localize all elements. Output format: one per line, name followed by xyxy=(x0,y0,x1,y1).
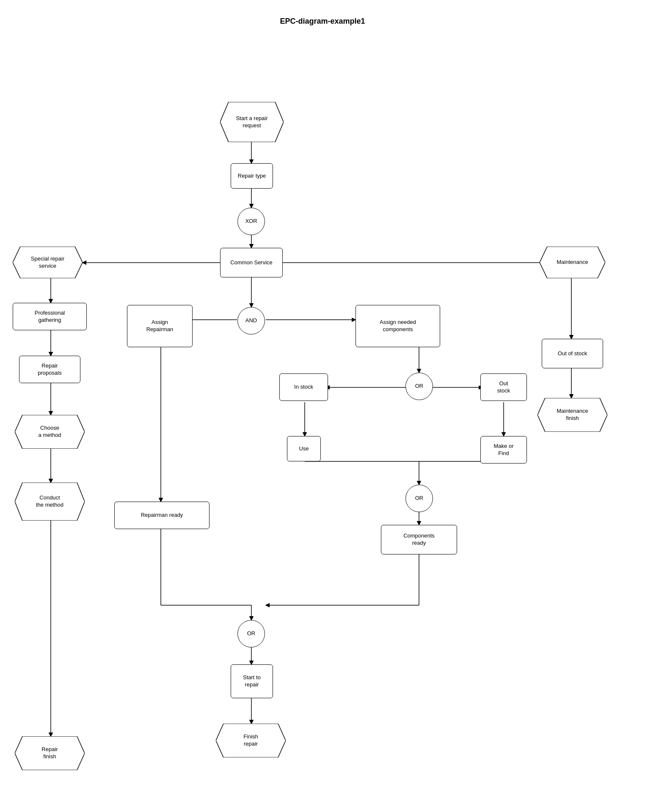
assign-repairman-node: AssignRepairman xyxy=(127,305,193,347)
start-repair-label: Start a repairrequest xyxy=(236,115,267,129)
assign-components-label: Assign neededcomponents xyxy=(380,319,416,333)
repair-type-label: Repair type xyxy=(238,173,266,180)
use-label: Use xyxy=(299,445,309,453)
maintenance-node: Maintenance xyxy=(540,247,605,278)
repair-proposals-node: Repairproposals xyxy=(19,356,80,383)
or1-node: OR xyxy=(405,373,433,400)
finish-repair-node: Finishrepair xyxy=(216,724,286,757)
make-find-label: Make orFind xyxy=(494,443,514,457)
or2-label: OR xyxy=(415,495,424,502)
repair-finish-node: Repairfinish xyxy=(15,736,85,770)
repair-proposals-label: Repairproposals xyxy=(38,362,61,377)
repair-type-node: Repair type xyxy=(231,163,273,189)
out-stock-node: Outstock xyxy=(480,373,527,401)
finish-repair-label: Finishrepair xyxy=(243,733,258,748)
or2-node: OR xyxy=(405,485,433,512)
diagram: Start a repairrequest Repair type XOR Co… xyxy=(0,51,645,812)
choose-method-node: Choosea method xyxy=(15,415,85,449)
maintenance-finish-label: Maintenancefinish xyxy=(557,408,588,422)
make-find-node: Make orFind xyxy=(480,436,527,464)
conduct-method-label: Conductthe method xyxy=(36,494,63,509)
page-title: EPC-diagram-example1 xyxy=(0,17,645,26)
common-service-node: Common Service xyxy=(220,248,283,277)
out-stock-label: Outstock xyxy=(497,380,510,395)
or1-label: OR xyxy=(415,383,424,390)
components-ready-label: Componentsready xyxy=(403,532,435,547)
special-repair-node: Special repairservice xyxy=(13,247,83,278)
repairman-ready-label: Repairman ready xyxy=(141,512,183,519)
special-repair-label: Special repairservice xyxy=(31,255,65,270)
choose-method-label: Choosea method xyxy=(38,425,61,439)
assign-repairman-label: AssignRepairman xyxy=(146,319,174,333)
start-repair2-label: Start torepair xyxy=(243,674,261,689)
in-stock-node: In stock xyxy=(279,373,328,401)
repairman-ready-node: Repairman ready xyxy=(114,502,209,529)
conduct-method-node: Conductthe method xyxy=(15,483,85,521)
and-node: AND xyxy=(237,307,265,335)
out-of-stock-label: Out of stock xyxy=(558,350,587,357)
start-repair2-node: Start torepair xyxy=(231,664,273,698)
page: EPC-diagram-example1 xyxy=(0,0,645,812)
use-node: Use xyxy=(287,436,321,461)
xor-node: XOR xyxy=(237,208,265,235)
in-stock-label: In stock xyxy=(294,384,313,391)
maintenance-finish-node: Maintenancefinish xyxy=(538,398,607,432)
repair-finish-label: Repairfinish xyxy=(41,746,58,760)
professional-gathering-label: Professionalgathering xyxy=(35,310,65,324)
or3-node: OR xyxy=(237,620,265,647)
and-label: AND xyxy=(245,317,257,324)
assign-components-node: Assign neededcomponents xyxy=(356,305,440,347)
professional-gathering-node: Professionalgathering xyxy=(13,303,87,330)
xor-label: XOR xyxy=(245,218,257,225)
out-of-stock-node: Out of stock xyxy=(542,339,603,368)
or3-label: OR xyxy=(247,630,256,637)
maintenance-label: Maintenance xyxy=(557,259,588,266)
common-service-label: Common Service xyxy=(230,259,273,266)
components-ready-node: Componentsready xyxy=(381,525,457,554)
start-repair-node: Start a repairrequest xyxy=(220,102,284,142)
